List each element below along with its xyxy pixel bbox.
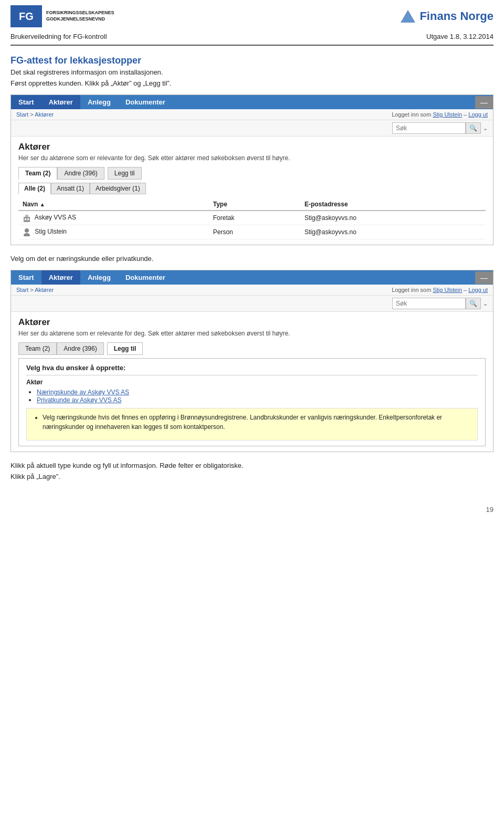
info-box: Velg næringskunde hvis det finnes en opp…: [26, 408, 478, 441]
user-link-1[interactable]: Stig Ulstein: [433, 111, 462, 118]
section-para2: Først opprettes kunden. Klikk på „Aktør”…: [10, 79, 494, 87]
chevron-down-icon-2[interactable]: ⌄: [483, 300, 488, 307]
th-email-1: E-postadresse: [300, 198, 486, 211]
table-row[interactable]: Askøy VVS AS Foretak Stig@askoyvvs.no: [18, 211, 486, 225]
subheader: Brukerveiledning for FG-kontroll Utgave …: [0, 30, 504, 45]
tab-team-1[interactable]: Team (2): [18, 167, 57, 180]
search-button-1[interactable]: 🔍: [466, 122, 481, 134]
actors-table-1: Navn ▲ Type E-postadresse: [18, 198, 486, 239]
section-para1: Det skal registreres informasjon om inst…: [10, 68, 494, 76]
fg-logo-letters: FG: [19, 11, 34, 23]
app-page-title-1: Aktører: [18, 142, 486, 152]
legg-dropdown: Velg hva du ønsker å opprette: Aktør Nær…: [18, 358, 486, 446]
minimize-btn-2[interactable]: —: [475, 271, 493, 284]
app-body-2: Aktører Her ser du aktørene som er relev…: [11, 312, 493, 452]
legg-dropdown-list: Næringskunde av Askøy VVS AS Privatkunde…: [26, 388, 478, 404]
svg-rect-4: [25, 218, 26, 220]
app-window-1: Start Aktører Anlegg Dokumenter — Start …: [10, 95, 494, 245]
app-breadcrumb-2: Start > Aktører Logget inn som Stig Ulst…: [11, 285, 493, 296]
app-breadcrumb-1: Start > Aktører Logget inn som Stig Ulst…: [11, 109, 493, 120]
svg-rect-5: [27, 218, 29, 220]
subheader-right: Utgave 1.8, 3.12.2014: [426, 33, 494, 40]
login-info-1: Logget inn som Stig Ulstein – Logg ut: [392, 111, 488, 118]
breadcrumb-start-1[interactable]: Start: [16, 111, 28, 118]
finans-logo-icon: [400, 9, 416, 24]
search-bar-1: 🔍 ⌄: [11, 120, 493, 137]
app-page-title-2: Aktører: [18, 317, 486, 328]
sub-tab-row-1: Alle (2) Ansatt (1) Arbeidsgiver (1): [18, 183, 486, 194]
link-næringskunde[interactable]: Næringskunde av Askøy VVS AS: [37, 389, 129, 396]
actor-type-1: Foretak: [209, 211, 300, 225]
list-item: Privatkunde av Askøy VVS AS: [37, 396, 478, 404]
nav-start-1[interactable]: Start: [11, 95, 41, 109]
chevron-down-icon-1[interactable]: ⌄: [483, 125, 488, 132]
app-desc-1: Her ser du aktørene som er relevante for…: [18, 154, 486, 162]
svg-marker-1: [402, 12, 414, 22]
nav-aktorer-1[interactable]: Aktører: [41, 95, 80, 109]
finans-logo-text: Finans Norge: [419, 9, 494, 23]
minimize-btn-1[interactable]: —: [475, 96, 493, 109]
user-link-2[interactable]: Stig Ulstein: [433, 287, 462, 293]
app-desc-2: Her ser du aktørene som er relevante for…: [18, 330, 486, 337]
th-navn-1: Navn ▲: [18, 198, 209, 211]
tab-legg-til-2[interactable]: Legg til: [107, 342, 143, 355]
section-title: FG-attest for lekkasjestopper: [10, 55, 494, 66]
app-nav-1: Start Aktører Anlegg Dokumenter —: [11, 95, 493, 109]
nav-aktorer-2[interactable]: Aktører: [41, 270, 80, 285]
nav-dokumenter-1[interactable]: Dokumenter: [118, 95, 173, 109]
nav-dokumenter-2[interactable]: Dokumenter: [118, 270, 173, 285]
dash-1: –: [464, 111, 468, 118]
logout-link-2[interactable]: Logg ut: [468, 287, 488, 293]
search-input-2[interactable]: [392, 298, 466, 309]
fg-logo-box: FG: [10, 5, 42, 27]
svg-point-6: [25, 228, 29, 233]
login-info-2: Logget inn som Stig Ulstein – Logg ut: [392, 287, 488, 293]
subtab-ansatt-1[interactable]: Ansatt (1): [51, 183, 90, 194]
page-header: FG FORSIKRINGSSELSKAPENES GODKJENNELSESN…: [0, 0, 504, 30]
logged-in-label-1: Logget inn som: [392, 111, 433, 118]
person-icon: [23, 228, 31, 236]
breadcrumb-aktorer-2[interactable]: Aktører: [35, 287, 54, 293]
nav-start-2[interactable]: Start: [11, 270, 41, 285]
building-icon: [23, 214, 31, 222]
nav-anlegg-2[interactable]: Anlegg: [80, 270, 118, 285]
info-box-text: Velg næringskunde hvis det finnes en opp…: [43, 413, 471, 432]
bottom-text-2: Klikk på „Lagre”.: [10, 473, 494, 480]
logged-in-label-2: Logget inn som: [392, 287, 433, 293]
search-input-1[interactable]: [392, 122, 466, 134]
search-button-2[interactable]: 🔍: [466, 298, 481, 309]
th-type-1: Type: [209, 198, 300, 211]
logout-link-1[interactable]: Logg ut: [468, 111, 488, 118]
svg-rect-3: [25, 215, 28, 217]
actor-email-1: Stig@askoyvvs.no: [300, 211, 486, 225]
table-row[interactable]: Stig Ulstein Person Stig@askoyvvs.no: [18, 225, 486, 239]
tab-row-2: Team (2) Andre (396) Legg til: [18, 342, 486, 355]
actor-name-1: Askøy VVS AS: [18, 211, 209, 225]
svg-point-7: [24, 233, 30, 236]
tab-andre-2[interactable]: Andre (396): [57, 342, 103, 355]
tab-andre-1[interactable]: Andre (396): [57, 167, 104, 180]
logo-finans: Finans Norge: [400, 9, 494, 24]
actor-name-2: Stig Ulstein: [18, 225, 209, 239]
legg-dropdown-title: Velg hva du ønsker å opprette:: [26, 364, 478, 372]
app-nav-2: Start Aktører Anlegg Dokumenter —: [11, 270, 493, 285]
subtab-arbeidsgiver-1[interactable]: Arbeidsgiver (1): [90, 183, 146, 194]
main-content: FG-attest for lekkasjestopper Det skal r…: [0, 46, 504, 495]
app-body-1: Aktører Her ser du aktørene som er relev…: [11, 137, 493, 245]
breadcrumb-aktorer-1[interactable]: Aktører: [35, 111, 54, 118]
list-item: Næringskunde av Askøy VVS AS: [37, 388, 478, 396]
actor-email-2: Stig@askoyvvs.no: [300, 225, 486, 239]
actor-type-2: Person: [209, 225, 300, 239]
logo-fg: FG FORSIKRINGSSELSKAPENES GODKJENNELSESN…: [10, 5, 114, 27]
search-bar-2: 🔍 ⌄: [11, 296, 493, 312]
link-privatkunde[interactable]: Privatkunde av Askøy VVS AS: [37, 396, 121, 404]
nav-anlegg-1[interactable]: Anlegg: [80, 95, 118, 109]
page-number: 19: [0, 495, 504, 519]
sort-arrow-icon-1: ▲: [40, 202, 45, 207]
breadcrumb-start-2[interactable]: Start: [16, 287, 28, 293]
svg-rect-2: [24, 217, 30, 222]
subtab-alle-1[interactable]: Alle (2): [18, 183, 51, 194]
tab-legg-til-1[interactable]: Legg til: [108, 167, 142, 180]
tab-row-1: Team (2) Andre (396) Legg til: [18, 167, 486, 180]
tab-team-2[interactable]: Team (2): [18, 342, 57, 355]
